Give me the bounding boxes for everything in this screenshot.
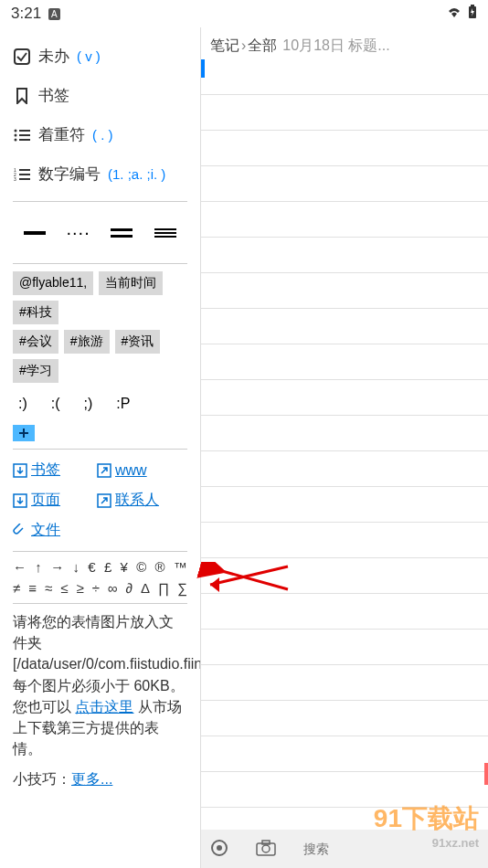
symbol[interactable]: ∏ xyxy=(158,580,169,596)
sidebar-item-label: 数字编号 xyxy=(38,164,101,185)
emoji-smile[interactable]: :) xyxy=(13,392,33,416)
svg-point-7 xyxy=(15,138,17,141)
symbol[interactable]: ≠ xyxy=(13,580,20,596)
divider xyxy=(13,201,187,202)
symbol[interactable]: ∑ xyxy=(177,580,187,596)
arrow-down-box-icon xyxy=(13,493,27,508)
watermark: 91下载站 91xz.net xyxy=(374,801,479,850)
symbol[interactable]: ™ xyxy=(174,559,187,575)
symbol[interactable]: → xyxy=(50,559,64,575)
note-content-area[interactable]: 笔记 › 全部 10月18日 标题... 91下载站 91xz.net xyxy=(201,27,488,868)
tag-news[interactable]: #资讯 xyxy=(115,330,161,354)
sidebar-item-bookmark[interactable]: 书签 xyxy=(13,76,187,115)
symbol[interactable]: ∞ xyxy=(108,580,118,596)
symbol[interactable]: ® xyxy=(155,559,165,575)
sidebar: 未办 ( v ) 书签 着重符 ( . ) 123 数字编号 (1. ;a. ;… xyxy=(0,27,201,868)
svg-rect-6 xyxy=(19,134,30,136)
wifi-icon xyxy=(446,5,462,23)
symbol[interactable]: ≡ xyxy=(28,580,37,596)
emoji-tongue[interactable]: :P xyxy=(111,392,135,416)
link-contact[interactable]: 联系人 xyxy=(97,491,159,510)
list-icon xyxy=(13,126,31,144)
link-www[interactable]: www xyxy=(97,460,147,480)
emotion-info-text: 请将您的表情图片放入文件夹 [/data/user/0/com.fiistudi… xyxy=(13,611,187,759)
svg-point-20 xyxy=(217,845,222,851)
symbol[interactable]: ∂ xyxy=(126,580,133,596)
link-file[interactable]: 文件 xyxy=(13,521,60,540)
symbol[interactable]: £ xyxy=(104,559,111,575)
divider xyxy=(13,449,187,450)
external-link-icon xyxy=(97,493,111,508)
link-click-here[interactable]: 点击这里 xyxy=(75,699,133,715)
symbol-row-2: ≠ ≡ ≈ ≤ ≥ ÷ ∞ ∂ Δ ∏ ∑ xyxy=(13,580,187,596)
external-link-icon xyxy=(97,463,111,478)
link-label: www xyxy=(115,462,147,479)
sidebar-item-label: 书签 xyxy=(38,85,69,106)
tag-travel[interactable]: #旅游 xyxy=(64,330,110,354)
add-button[interactable] xyxy=(13,425,35,441)
tip-label: 小技巧： xyxy=(13,771,71,787)
symbol-row-1: ← ↑ → ↓ € £ ¥ © ® ™ xyxy=(13,559,187,575)
tag-time[interactable]: 当前时间 xyxy=(99,271,163,295)
link-bookmark[interactable]: 书签 xyxy=(13,460,60,480)
link-more[interactable]: 更多... xyxy=(71,771,112,787)
sidebar-item-label: 着重符 xyxy=(38,124,85,145)
symbol[interactable]: Δ xyxy=(141,580,150,596)
status-indicator-icon: A xyxy=(48,8,60,20)
tag-study[interactable]: #学习 xyxy=(13,359,58,383)
svg-point-5 xyxy=(15,133,17,136)
symbol[interactable]: © xyxy=(136,559,146,575)
battery-icon xyxy=(468,5,477,24)
svg-rect-14 xyxy=(19,178,30,180)
symbol[interactable]: ≥ xyxy=(76,580,83,596)
sidebar-item-todo[interactable]: 未办 ( v ) xyxy=(13,37,187,76)
svg-point-3 xyxy=(15,129,17,132)
link-label: 文件 xyxy=(31,521,60,540)
symbol[interactable]: ≈ xyxy=(45,580,52,596)
note-title-placeholder[interactable]: 10月18日 标题... xyxy=(282,37,389,56)
camera-icon[interactable] xyxy=(256,840,276,859)
plus-icon xyxy=(18,428,29,439)
tag-mention[interactable]: @flyable11, xyxy=(13,271,93,295)
sidebar-item-suffix: ( v ) xyxy=(77,48,101,64)
status-time: 3:21 xyxy=(11,5,41,23)
watermark-main: 91下载站 xyxy=(374,804,479,832)
active-indicator xyxy=(201,59,205,78)
svg-rect-10 xyxy=(19,169,30,171)
link-page[interactable]: 页面 xyxy=(13,491,60,510)
hr-solid[interactable] xyxy=(21,222,48,243)
symbol[interactable]: ↑ xyxy=(35,559,42,575)
sidebar-item-suffix: (1. ;a. ;i. ) xyxy=(108,166,165,182)
sidebar-item-numbering[interactable]: 123 数字编号 (1. ;a. ;i. ) xyxy=(13,154,187,194)
tag-row-1: @flyable11, 当前时间 #科技 xyxy=(13,271,187,324)
scroll-indicator xyxy=(484,763,488,785)
tag-tech[interactable]: #科技 xyxy=(13,301,58,324)
symbol[interactable]: ↓ xyxy=(72,559,80,575)
tag-meeting[interactable]: #会议 xyxy=(13,330,58,354)
hr-styles-row: ···· xyxy=(13,209,187,256)
emoji-sad[interactable]: :( xyxy=(46,392,66,416)
watermark-sub: 91xz.net xyxy=(374,836,479,850)
symbol[interactable]: ÷ xyxy=(92,580,100,596)
hr-triple[interactable] xyxy=(152,222,179,243)
svg-rect-1 xyxy=(471,5,474,6)
svg-point-22 xyxy=(262,845,270,852)
numbered-list-icon: 123 xyxy=(13,165,31,184)
sidebar-item-emphasis[interactable]: 着重符 ( . ) xyxy=(13,115,187,154)
sidebar-item-suffix: ( . ) xyxy=(92,127,113,143)
symbol[interactable]: € xyxy=(88,559,95,575)
svg-rect-12 xyxy=(19,174,30,175)
breadcrumb-notes[interactable]: 笔记 xyxy=(210,37,239,56)
circle-tool-icon[interactable] xyxy=(210,839,228,860)
symbol[interactable]: ≤ xyxy=(60,580,68,596)
attachment-icon xyxy=(13,524,27,538)
emoji-wink[interactable]: ;) xyxy=(79,392,99,416)
symbol[interactable]: ¥ xyxy=(121,559,128,575)
breadcrumb-all[interactable]: 全部 xyxy=(248,37,277,56)
symbol[interactable]: ← xyxy=(13,559,27,575)
divider xyxy=(13,551,187,552)
tip-text: 小技巧：更多... xyxy=(13,768,187,789)
link-label: 联系人 xyxy=(115,491,159,510)
hr-dotted[interactable]: ···· xyxy=(65,222,92,243)
hr-double[interactable] xyxy=(108,222,135,243)
